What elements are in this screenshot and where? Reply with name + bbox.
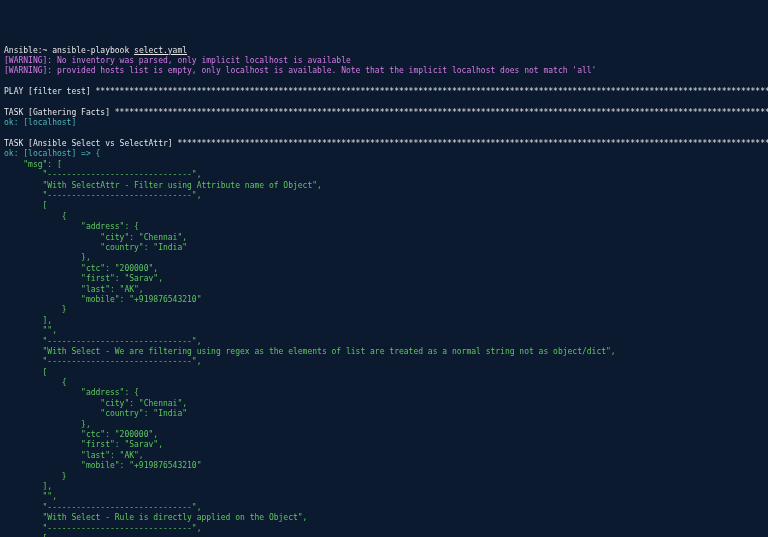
brace-open-1: { (4, 212, 67, 221)
warning-text-2: provided hosts list is empty, only local… (57, 66, 596, 75)
ok-localhost-1: ok: [localhost] (4, 118, 76, 127)
stars-2: ****************************************… (115, 108, 768, 117)
warning-text-1: No inventory was parsed, only implicit l… (57, 56, 351, 65)
sep-3: "------------------------------", (4, 337, 201, 346)
brace-close-2: } (4, 472, 67, 481)
line-select: "With Select - We are filtering using re… (4, 347, 616, 356)
addr-close-1: }, (4, 253, 91, 262)
bracket-open-1: [ (4, 201, 47, 210)
mobile-1: "mobile": "+919876543210" (4, 295, 201, 304)
city-1: "city": "Chennai", (4, 233, 187, 242)
script-filename: select.yaml (134, 46, 187, 55)
bracket-close-2: ], (4, 482, 52, 491)
country-1: "country": "India" (4, 243, 187, 252)
sep-5: "------------------------------", (4, 503, 201, 512)
stars-1: ****************************************… (96, 87, 768, 96)
empty-2: "", (4, 492, 57, 501)
addr-open-1: "address": { (4, 222, 139, 231)
mobile-2: "mobile": "+919876543210" (4, 461, 201, 470)
brace-open-2: { (4, 378, 67, 387)
line-rule: "With Select - Rule is directly applied … (4, 513, 307, 522)
bracket-open-2: [ (4, 368, 47, 377)
first-2: "first": "Sarav", (4, 440, 163, 449)
msg-open: "msg": [ (4, 160, 62, 169)
stars-3: ****************************************… (177, 139, 768, 148)
play-filter-test: PLAY [filter test] (4, 87, 96, 96)
warning-label-1: [WARNING]: (4, 56, 57, 65)
task-gathering: TASK [Gathering Facts] (4, 108, 115, 117)
command-text: ansible-playbook (52, 46, 134, 55)
sep-2: "------------------------------", (4, 191, 201, 200)
addr-open-2: "address": { (4, 388, 139, 397)
line-selectattr: "With SelectAttr - Filter using Attribut… (4, 181, 322, 190)
terminal-output: Ansible:~ ansible-playbook select.yaml [… (4, 46, 764, 537)
last-2: "last": "AK", (4, 451, 144, 460)
city-2: "city": "Chennai", (4, 399, 187, 408)
task-selectattr: TASK [Ansible Select vs SelectAttr] (4, 139, 177, 148)
sep-1: "------------------------------", (4, 170, 201, 179)
last-1: "last": "AK", (4, 285, 144, 294)
first-1: "first": "Sarav", (4, 274, 163, 283)
sep-6: "------------------------------", (4, 524, 201, 533)
brace-close-1: } (4, 305, 67, 314)
ctc-2: "ctc": "200000", (4, 430, 158, 439)
ctc-1: "ctc": "200000", (4, 264, 158, 273)
prompt-prefix: Ansible:~ (4, 46, 52, 55)
warning-label-2: [WARNING]: (4, 66, 57, 75)
addr-close-2: }, (4, 420, 91, 429)
ok-localhost-2: ok: [localhost] => { (4, 149, 100, 158)
country-2: "country": "India" (4, 409, 187, 418)
sep-4: "------------------------------", (4, 357, 201, 366)
empty-1: "", (4, 326, 57, 335)
bracket-close-1: ], (4, 316, 52, 325)
